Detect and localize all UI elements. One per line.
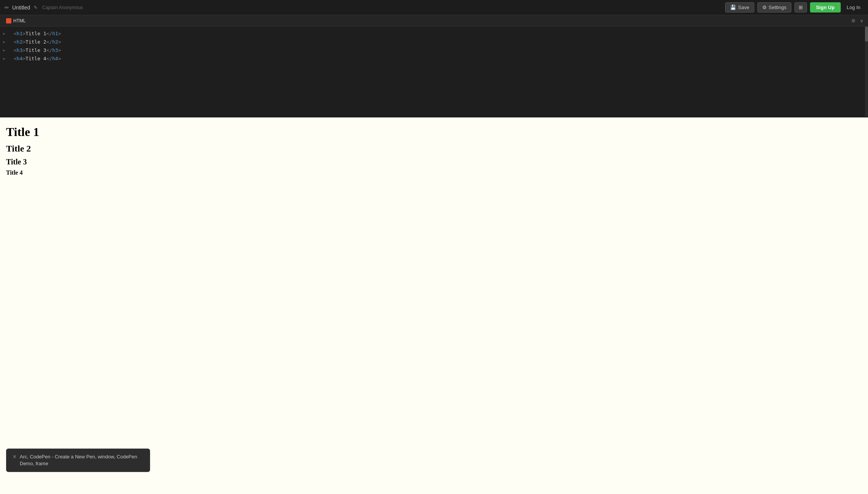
navbar-left: ✏ Untitled ✎ Captain Anonymous xyxy=(5,5,83,11)
code-text-2: <h2>Title 2</h2> xyxy=(14,38,61,46)
save-button[interactable]: 💾 Save xyxy=(725,2,754,13)
html-tab[interactable]: HTML xyxy=(3,17,29,25)
pen-subtitle: Captain Anonymous xyxy=(42,5,83,10)
line-arrow-1: ▶ xyxy=(3,30,5,38)
editor-container: HTML ⚙ ∨ ▶ <h1>Title 1</h1> ▶ <h2>Title … xyxy=(0,15,868,117)
tooltip-text: Arc, CodePen - Create a New Pen, window,… xyxy=(20,453,144,467)
code-text-3: <h3>Title 3</h3> xyxy=(14,46,61,55)
preview-h1: Title 1 xyxy=(6,125,862,139)
editor-scrollbar[interactable] xyxy=(865,27,868,117)
code-line-2: ▶ <h2>Title 2</h2> xyxy=(0,38,868,46)
tooltip-box: ✕ Arc, CodePen - Create a New Pen, windo… xyxy=(6,449,150,472)
login-button[interactable]: Log In xyxy=(844,2,863,13)
editor-tab-bar: HTML ⚙ ∨ xyxy=(0,15,868,27)
settings-button[interactable]: ⚙ Settings xyxy=(757,2,791,13)
tooltip-close-button[interactable]: ✕ xyxy=(13,454,17,460)
navbar: ✏ Untitled ✎ Captain Anonymous 💾 Save ⚙ … xyxy=(0,0,868,15)
code-text-1: <h1>Title 1</h1> xyxy=(14,30,61,38)
preview-h4: Title 4 xyxy=(6,169,862,176)
code-line-1: ▶ <h1>Title 1</h1> xyxy=(0,30,868,38)
line-arrow-4: ▶ xyxy=(3,55,5,63)
code-text-4: <h4>Title 4</h4> xyxy=(14,55,61,63)
grid-icon: ⊞ xyxy=(799,5,803,10)
save-icon: 💾 xyxy=(730,5,736,10)
code-line-4: ▶ <h4>Title 4</h4> xyxy=(0,55,868,63)
settings-label: Settings xyxy=(769,5,787,10)
html-tab-label: HTML xyxy=(13,18,26,23)
editor-expand-button[interactable]: ∨ xyxy=(859,17,865,24)
code-line-3: ▶ <h3>Title 3</h3> xyxy=(0,46,868,55)
html-badge-icon xyxy=(6,18,11,23)
pen-logo-icon: ✏ xyxy=(5,5,9,11)
gear-icon: ⚙ xyxy=(762,5,767,10)
line-arrow-2: ▶ xyxy=(3,38,5,46)
save-label: Save xyxy=(738,5,749,10)
edit-icon: ✎ xyxy=(34,5,38,10)
editor-tab-actions: ⚙ ∨ xyxy=(850,17,865,24)
preview-h2: Title 2 xyxy=(6,144,862,154)
editor-settings-button[interactable]: ⚙ xyxy=(850,17,857,24)
preview-h3: Title 3 xyxy=(6,158,862,166)
navbar-right: 💾 Save ⚙ Settings ⊞ Sign Up Log In xyxy=(725,2,863,13)
editor-scrollbar-thumb xyxy=(865,27,868,42)
line-arrow-3: ▶ xyxy=(3,46,5,55)
grid-button[interactable]: ⊞ xyxy=(794,2,807,13)
signup-button[interactable]: Sign Up xyxy=(810,2,841,13)
preview-area: Title 1 Title 2 Title 3 Title 4 ✕ Arc, C… xyxy=(0,117,868,494)
pen-title: Untitled xyxy=(12,5,30,11)
code-editor[interactable]: ▶ <h1>Title 1</h1> ▶ <h2>Title 2</h2> ▶ … xyxy=(0,27,868,117)
